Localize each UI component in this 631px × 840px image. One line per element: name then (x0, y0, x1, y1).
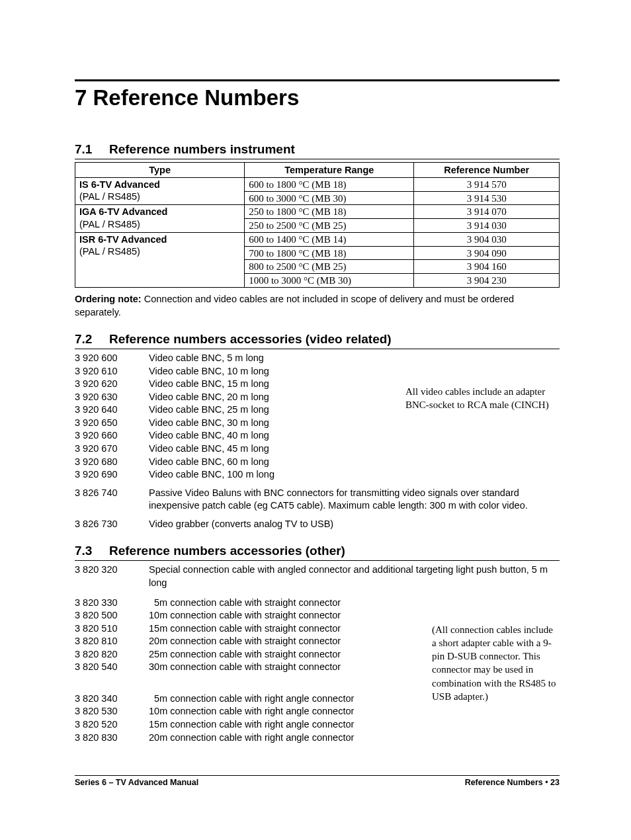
acc-desc: Video cable BNC, 40 m long (149, 429, 405, 442)
table-row: IS 6-TV Advanced(PAL / RS485)600 to 1800… (75, 177, 560, 191)
refnum-cell: 3 904 030 (414, 232, 560, 246)
ref-number: 3 826 730 (75, 518, 149, 531)
acc-desc: Video cable BNC, 45 m long (149, 442, 405, 456)
video-cable-side-note: All video cables include an adapter BNC-… (405, 352, 560, 482)
sec-txt: Reference numbers accessories (video rel… (109, 332, 392, 346)
acc-row: 3 920 690Video cable BNC, 100 m long (75, 468, 405, 482)
sec-txt: Reference numbers instrument (109, 142, 295, 156)
acc-desc: Video cable BNC, 60 m long (149, 456, 405, 469)
refnum-cell: 3 904 160 (414, 260, 560, 274)
range-cell: 800 to 2500 °C (MB 25) (245, 260, 414, 274)
acc-row: 3 920 670Video cable BNC, 45 m long (75, 442, 405, 456)
acc-desc: 5m connection cable with straight connec… (149, 597, 432, 610)
refnum-cell: 3 914 570 (414, 177, 560, 191)
acc-row: 3 820 51015m connection cable with strai… (75, 622, 432, 636)
connection-side-note: (All connection cables include a short a… (432, 597, 560, 745)
range-cell: 700 to 1800 °C (MB 18) (245, 246, 414, 260)
acc-row: 3 820 54030m connection cable with strai… (75, 661, 432, 674)
acc-desc: 10m connection cable with straight conne… (149, 609, 432, 622)
ref-number: 3 920 630 (75, 391, 149, 404)
acc-row: 3 820 50010m connection cable with strai… (75, 609, 432, 622)
note-label: Ordering note: (75, 294, 142, 304)
footer-right: Reference Numbers • 23 (465, 778, 560, 787)
table-row: ISR 6-TV Advanced(PAL / RS485)600 to 140… (75, 232, 560, 246)
type-cell: IS 6-TV Advanced(PAL / RS485) (75, 177, 245, 205)
acc-row: 3 820 82025m connection cable with strai… (75, 648, 432, 661)
ref-number: 3 920 670 (75, 442, 149, 456)
sec-no: 7.2 (75, 332, 109, 347)
acc-desc: 15m connection cable with right angle co… (149, 718, 432, 732)
range-cell: 600 to 1400 °C (MB 14) (245, 232, 414, 246)
acc-desc: 30m connection cable with straight conne… (149, 661, 432, 674)
acc-desc: 10m connection cable with right angle co… (149, 705, 432, 718)
acc-row: 3 920 630Video cable BNC, 20 m long (75, 391, 405, 404)
acc-desc: Video cable BNC, 100 m long (149, 468, 405, 482)
acc-desc: 15m connection cable with straight conne… (149, 622, 432, 636)
acc-desc: Video cable BNC, 30 m long (149, 417, 405, 430)
refnum-cell: 3 904 090 (414, 246, 560, 260)
ref-number: 3 920 650 (75, 417, 149, 430)
acc-desc: 25m connection cable with straight conne… (149, 648, 432, 661)
acc-row: 3 920 620Video cable BNC, 15 m long (75, 378, 405, 391)
acc-row: 3 826 740Passive Video Baluns with BNC c… (75, 487, 560, 513)
acc-desc: 20m connection cable with right angle co… (149, 732, 432, 745)
ref-number: 3 820 820 (75, 648, 149, 661)
acc-row: 3 820 340 5m connection cable with right… (75, 693, 432, 706)
ref-number: 3 820 520 (75, 718, 149, 732)
footer-left: Series 6 – TV Advanced Manual (75, 778, 198, 787)
ref-number: 3 820 530 (75, 705, 149, 718)
range-cell: 250 to 1800 °C (MB 18) (245, 205, 414, 219)
acc-row: 3 920 600Video cable BNC, 5 m long (75, 352, 405, 365)
acc-row: 3 820 53010m connection cable with right… (75, 705, 432, 718)
acc-row: 3 820 330 5m connection cable with strai… (75, 597, 432, 610)
acc-desc: Video cable BNC, 25 m long (149, 403, 405, 417)
refnum-cell: 3 904 230 (414, 274, 560, 288)
range-cell: 600 to 3000 °C (MB 30) (245, 191, 414, 205)
ref-number: 3 826 740 (75, 487, 149, 513)
refnum-cell: 3 914 070 (414, 205, 560, 219)
section-7-3-heading: 7.3Reference numbers accessories (other) (75, 544, 560, 561)
acc-row: 3 820 83020m connection cable with right… (75, 732, 432, 745)
page: 7 Reference Numbers 7.1Reference numbers… (0, 0, 631, 840)
acc-desc: Special connection cable with angled con… (149, 564, 560, 589)
section-7-2-heading: 7.2Reference numbers accessories (video … (75, 332, 560, 349)
refnum-cell: 3 914 530 (414, 191, 560, 205)
ref-number: 3 820 320 (75, 564, 149, 589)
connection-cable-block: 3 820 330 5m connection cable with strai… (75, 597, 560, 745)
acc-desc: Video cable BNC, 20 m long (149, 391, 405, 404)
acc-row: 3 920 610Video cable BNC, 10 m long (75, 365, 405, 378)
ref-number: 3 820 830 (75, 732, 149, 745)
ref-number: 3 820 540 (75, 661, 149, 674)
page-footer: Series 6 – TV Advanced Manual Reference … (75, 775, 560, 787)
ref-number: 3 820 510 (75, 622, 149, 636)
type-cell: ISR 6-TV Advanced(PAL / RS485) (75, 232, 245, 287)
th-ref: Reference Number (414, 162, 560, 177)
sec-no: 7.1 (75, 142, 109, 157)
acc-row: 3 920 680Video cable BNC, 60 m long (75, 456, 405, 469)
instrument-table: Type Temperature Range Reference Number … (75, 162, 560, 288)
acc-desc: Video cable BNC, 10 m long (149, 365, 405, 378)
ref-number: 3 920 640 (75, 403, 149, 417)
video-cable-block: 3 920 600Video cable BNC, 5 m long3 920 … (75, 352, 560, 482)
th-type: Type (75, 162, 245, 177)
acc-row: 3 920 650Video cable BNC, 30 m long (75, 417, 405, 430)
ref-number: 3 820 810 (75, 635, 149, 648)
acc-row: 3 920 660Video cable BNC, 40 m long (75, 429, 405, 442)
section-7-1-heading: 7.1Reference numbers instrument (75, 142, 560, 159)
range-cell: 1000 to 3000 °C (MB 30) (245, 274, 414, 288)
acc-row: 3 920 640Video cable BNC, 25 m long (75, 403, 405, 417)
acc-row: 3 820 81020m connection cable with strai… (75, 635, 432, 648)
page-title: 7 Reference Numbers (75, 85, 560, 110)
sec-txt: Reference numbers accessories (other) (109, 544, 345, 558)
ref-number: 3 820 330 (75, 597, 149, 610)
acc-desc: 20m connection cable with straight conne… (149, 635, 432, 648)
ref-number: 3 920 610 (75, 365, 149, 378)
acc-desc: 5m connection cable with right angle con… (149, 693, 432, 706)
acc-desc: Passive Video Baluns with BNC connectors… (149, 487, 560, 513)
top-rule (75, 79, 560, 81)
table-row: IGA 6-TV Advanced(PAL / RS485)250 to 180… (75, 205, 560, 219)
ref-number: 3 820 340 (75, 693, 149, 706)
refnum-cell: 3 914 030 (414, 219, 560, 233)
range-cell: 600 to 1800 °C (MB 18) (245, 177, 414, 191)
acc-row: 3 820 320 Special connection cable with … (75, 564, 560, 589)
